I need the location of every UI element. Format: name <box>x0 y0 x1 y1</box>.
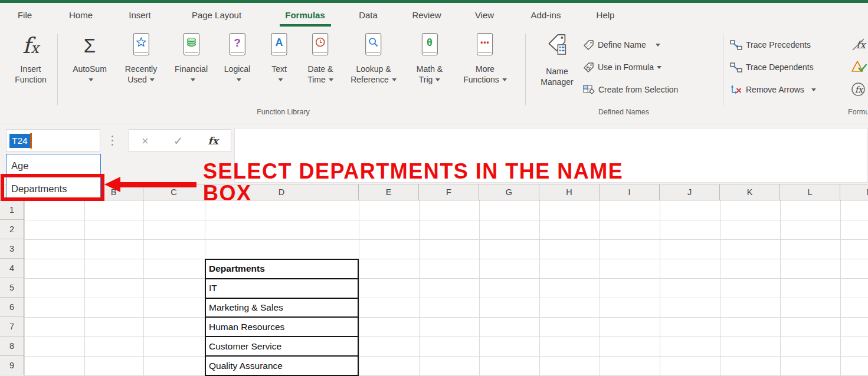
name-box-selected-text: T24 <box>9 134 30 148</box>
table-cell-5[interactable]: Quality Assurance <box>206 357 358 375</box>
button-label: Logical <box>224 64 250 75</box>
lookup-reference-button[interactable]: Lookup & Reference <box>351 33 397 85</box>
chevron-down-icon <box>279 78 283 81</box>
more-functions-button[interactable]: ••• More Functions <box>463 33 507 85</box>
use-in-formula-button[interactable]: fx Use in Formula <box>583 61 661 74</box>
column-header-H[interactable]: H <box>539 184 600 200</box>
button-label: Date & <box>308 64 333 75</box>
gridline <box>24 278 868 279</box>
tab-help[interactable]: Help <box>597 10 615 20</box>
create-from-selection-button[interactable]: Create from Selection <box>583 83 678 96</box>
title-bar-accent <box>0 0 868 3</box>
gridline <box>24 356 868 357</box>
button-label: Text <box>271 64 287 75</box>
group-separator <box>525 34 526 105</box>
group-label-formula-auditing: Formula Auditing <box>848 108 868 116</box>
table-cell-2[interactable]: Marketing & Sales <box>206 299 358 318</box>
create-from-selection-icon <box>583 85 595 95</box>
table-cell-4[interactable]: Customer Service <box>206 337 358 357</box>
date-time-button[interactable]: Date & Time <box>307 33 333 85</box>
evaluate-formula-icon[interactable]: fx <box>851 82 868 99</box>
gridline <box>24 259 868 259</box>
column-header-J[interactable]: J <box>660 184 720 200</box>
tab-home[interactable]: Home <box>69 10 93 20</box>
gridline <box>84 200 85 376</box>
row-header-3[interactable]: 3 <box>0 239 24 259</box>
enter-check-icon[interactable]: ✓ <box>173 135 184 147</box>
tab-insert[interactable]: Insert <box>129 10 151 20</box>
tab-review[interactable]: Review <box>412 10 441 20</box>
button-label: Used <box>127 75 147 84</box>
row-header-8[interactable]: 8 <box>0 337 24 356</box>
chevron-down-icon <box>435 78 440 81</box>
button-label: Function <box>15 75 47 85</box>
chevron-down-icon <box>150 78 155 81</box>
name-manager-button[interactable]: Name Manager <box>541 33 573 87</box>
table-cell-1[interactable]: IT <box>206 279 358 299</box>
tab-data[interactable]: Data <box>359 10 378 20</box>
row-header-7[interactable]: 7 <box>0 317 24 337</box>
logical-button[interactable]: ? Logical <box>224 33 250 85</box>
error-checking-icon[interactable] <box>851 60 868 77</box>
math-trig-button[interactable]: θ Math & Trig <box>417 33 443 85</box>
column-header-E[interactable]: E <box>359 184 419 200</box>
tab-page-layout[interactable]: Page Layout <box>192 10 241 20</box>
button-label: Financial <box>175 64 208 75</box>
define-name-tag-icon <box>583 39 594 51</box>
text-cursor <box>30 133 32 149</box>
chevron-down-icon <box>811 88 816 91</box>
show-formulas-icon[interactable]: fx <box>851 37 868 54</box>
row-header-5[interactable]: 5 <box>0 278 24 298</box>
button-label: Lookup & <box>356 64 391 75</box>
gridline <box>419 200 420 376</box>
chevron-down-icon <box>656 44 660 47</box>
name-manager-tag-icon <box>547 33 567 64</box>
row-header-6[interactable]: 6 <box>0 298 24 317</box>
column-header-M[interactable]: M <box>840 184 868 200</box>
column-header-L[interactable]: L <box>780 184 840 200</box>
insert-function-button[interactable]: fx Insert Function <box>15 33 47 85</box>
text-button[interactable]: A Text <box>271 33 287 85</box>
gridline <box>720 200 720 376</box>
column-header-G[interactable]: G <box>479 184 539 200</box>
annotation-text-line2: BOX <box>203 182 252 205</box>
tab-formulas[interactable]: Formulas <box>285 10 325 20</box>
name-box-input[interactable]: T24 <box>6 129 100 152</box>
column-header-K[interactable]: K <box>720 184 780 200</box>
recently-used-button[interactable]: Recently Used <box>125 33 157 85</box>
table-cell-3[interactable]: Human Resources <box>206 318 358 337</box>
remove-arrows-button[interactable]: Remove Arrows <box>730 83 816 96</box>
insert-function-fx-icon: fx <box>22 33 39 61</box>
trace-precedents-button[interactable]: Trace Precedents <box>730 38 811 51</box>
chevron-down-icon <box>191 78 195 81</box>
svg-text:fx: fx <box>586 65 591 71</box>
active-tab-underline <box>280 24 331 27</box>
financial-coins-book-icon <box>184 33 199 61</box>
row-header-1[interactable]: 1 <box>0 200 24 220</box>
formula-bar-separator-dots[interactable] <box>112 136 113 146</box>
define-name-button[interactable]: Define Name <box>583 38 660 51</box>
button-label: Manager <box>541 77 573 88</box>
trace-dependents-button[interactable]: Trace Dependents <box>730 61 814 74</box>
tab-file[interactable]: File <box>18 10 32 20</box>
financial-button[interactable]: Financial <box>175 33 208 85</box>
tab-add-ins[interactable]: Add-ins <box>531 10 561 20</box>
date-time-clock-book-icon <box>313 33 329 61</box>
gridline <box>840 200 841 376</box>
column-header-I[interactable]: I <box>600 184 660 200</box>
column-header-F[interactable]: F <box>419 184 479 200</box>
row-header-9[interactable]: 9 <box>0 356 24 375</box>
table-cell-header[interactable]: Departments <box>206 260 358 279</box>
button-label: Define Name <box>598 40 646 50</box>
gridline <box>539 200 540 376</box>
insert-function-fx-icon[interactable]: fx <box>208 135 218 147</box>
cancel-icon[interactable]: × <box>142 135 149 147</box>
tab-view[interactable]: View <box>475 10 494 20</box>
row-header-4[interactable]: 4 <box>0 259 24 278</box>
button-label: Time <box>307 75 326 84</box>
row-header-2[interactable]: 2 <box>0 220 24 239</box>
gridline <box>24 298 868 298</box>
autosum-button[interactable]: Σ AutoSum <box>73 33 107 85</box>
button-label: Functions <box>463 75 499 84</box>
more-functions-dots-book-icon: ••• <box>477 33 493 61</box>
